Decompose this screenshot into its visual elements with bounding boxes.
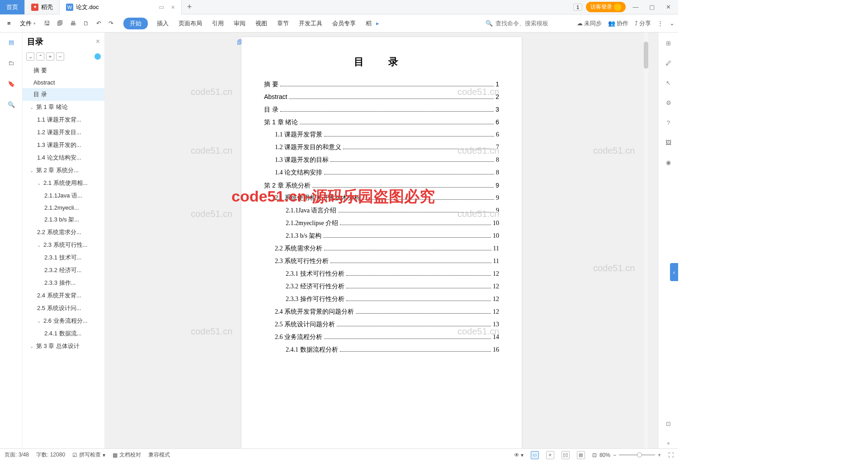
ribbon-tab-9[interactable]: 稻 xyxy=(365,18,373,29)
collab-button[interactable]: 👥 协作 xyxy=(608,19,628,28)
page-indicator[interactable]: 页面: 3/48 xyxy=(5,451,29,459)
minimize-button[interactable]: — xyxy=(629,1,642,14)
outline-item[interactable]: 1.3 课题开发的... xyxy=(23,139,104,151)
spellcheck-button[interactable]: ☑ 拼写检查 ▾ xyxy=(72,451,105,459)
toc-line: 目 录3 xyxy=(264,103,499,116)
view-page-icon[interactable]: ▭ xyxy=(531,451,539,459)
maximize-button[interactable]: ▢ xyxy=(646,1,658,14)
sync-button[interactable]: ☁ 未同步 xyxy=(577,19,602,28)
search-box[interactable]: 🔍 xyxy=(486,20,568,27)
outline-item[interactable]: 2.1.2myecli... xyxy=(23,202,104,213)
tab-doke[interactable]: ✦ 稻壳 xyxy=(25,0,60,14)
shape-icon[interactable]: ◉ xyxy=(664,157,674,167)
eye-icon[interactable]: 👁 ▾ xyxy=(514,452,524,458)
outline-item[interactable]: ⌄第 3 章 总体设计 xyxy=(23,340,104,353)
proofread-button[interactable]: ▦ 文档校对 xyxy=(113,451,141,459)
notice-badge[interactable]: 1 xyxy=(573,4,582,11)
collapse-ribbon-icon[interactable]: ⌄ xyxy=(670,19,675,28)
outline-item[interactable]: 1.2 课题开发目... xyxy=(23,126,104,139)
outline-item[interactable]: 2.3.1 技术可... xyxy=(23,251,104,264)
view-read-icon[interactable]: ▯▯ xyxy=(561,451,570,459)
folder-icon[interactable]: 🗀 xyxy=(6,58,16,68)
remove-item-icon[interactable]: − xyxy=(56,52,64,61)
login-button[interactable]: 访客登录 xyxy=(586,2,626,12)
outline-item[interactable]: 2.4.1 数据流... xyxy=(23,327,104,340)
more-icon[interactable]: ⋮ xyxy=(657,19,663,28)
ribbon-tab-5[interactable]: 视图 xyxy=(255,18,268,29)
outline-item[interactable]: 2.4 系统开发背... xyxy=(23,289,104,302)
settings-icon[interactable]: ⚙ xyxy=(664,98,674,108)
tab-home[interactable]: 首页 xyxy=(0,0,25,14)
tab-window-icon[interactable]: ▭ xyxy=(159,4,164,10)
fullscreen-icon[interactable]: ⛶ xyxy=(668,452,674,458)
grid-icon[interactable]: ⊞ xyxy=(664,38,674,48)
help-icon[interactable]: ? xyxy=(664,118,674,127)
expand-all-icon[interactable]: ⌃ xyxy=(36,52,44,61)
outline-item[interactable]: 2.5 系统设计问... xyxy=(23,302,104,315)
outline-icon[interactable]: ▤ xyxy=(6,37,16,47)
tool1-icon[interactable]: ⊡ xyxy=(664,419,674,428)
tool2-icon[interactable]: ⚬ xyxy=(664,438,674,448)
close-tab-icon[interactable]: × xyxy=(171,4,175,11)
menu-button[interactable]: ≡ xyxy=(4,18,14,28)
word-count[interactable]: 字数: 12080 xyxy=(36,451,65,459)
outline-item[interactable]: 2.3.2 经济可... xyxy=(23,264,104,277)
zoom-in-icon[interactable]: + xyxy=(658,452,661,458)
undo-icon[interactable]: ↶ xyxy=(94,18,104,28)
reset-zoom-icon[interactable]: ⊡ xyxy=(592,452,597,458)
bookmark-icon[interactable]: 🔖 xyxy=(6,79,16,89)
outline-item[interactable]: 目 录 xyxy=(23,88,104,101)
tab-document[interactable]: W 论文.doc ▭ × xyxy=(60,0,182,14)
file-menu[interactable]: 文件 ▾ xyxy=(16,18,39,29)
ribbon-tab-0[interactable]: 开始 xyxy=(123,18,148,29)
outline-item[interactable]: 2.3.3 操作... xyxy=(23,277,104,289)
ribbon-tab-7[interactable]: 开发工具 xyxy=(298,18,323,29)
outline-item[interactable]: ⌄2.3 系统可行性... xyxy=(23,239,104,251)
select-icon[interactable]: ↖ xyxy=(664,78,674,88)
outline-item[interactable]: ⌄第 1 章 绪论 xyxy=(23,101,104,113)
zoom-control[interactable]: ⊡ 80% − + xyxy=(592,452,661,458)
outline-item[interactable]: 2.1.1Java 语... xyxy=(23,189,104,202)
saveas-icon[interactable]: 🗐 xyxy=(54,18,66,28)
more-tabs-icon[interactable]: ▸ xyxy=(376,20,379,27)
doke-icon: ✦ xyxy=(31,4,38,11)
image-icon[interactable]: 🖼 xyxy=(664,137,674,147)
side-tab-icon[interactable]: ‹ xyxy=(670,263,678,281)
ribbon-tab-8[interactable]: 会员专享 xyxy=(331,18,357,29)
outline-item[interactable]: ⌄2.6 业务流程分... xyxy=(23,315,104,327)
preview-icon[interactable]: 🗋 xyxy=(80,18,92,28)
share-button[interactable]: ⤴ 分享 xyxy=(635,19,651,28)
zoom-slider[interactable] xyxy=(619,454,655,456)
ribbon-tab-1[interactable]: 插入 xyxy=(156,18,170,29)
ribbon-tab-4[interactable]: 审阅 xyxy=(233,18,246,29)
outline-item[interactable]: 2.2 系统需求分... xyxy=(23,226,104,239)
search-input[interactable] xyxy=(495,20,568,27)
view-web-icon[interactable]: ▤ xyxy=(577,451,585,459)
ribbon-tab-2[interactable]: 页面布局 xyxy=(178,18,203,29)
outline-item[interactable]: 2.1.3 b/s 架... xyxy=(23,213,104,226)
outline-item[interactable]: 摘 要 xyxy=(23,64,104,77)
scrollbar[interactable] xyxy=(644,33,648,448)
print-icon[interactable]: 🖶 xyxy=(67,18,79,28)
ribbon-tab-6[interactable]: 章节 xyxy=(276,18,290,29)
outline-item[interactable]: 1.1 课题开发背... xyxy=(23,113,104,126)
outline-item[interactable]: 1.4 论文结构安... xyxy=(23,151,104,164)
watermark: code51.cn xyxy=(191,87,232,97)
outline-item[interactable]: ⌄第 2 章 系统分... xyxy=(23,164,104,177)
collapse-all-icon[interactable]: ⌄ xyxy=(26,52,34,61)
save-icon[interactable]: 🖫 xyxy=(41,18,52,28)
compat-mode[interactable]: 兼容模式 xyxy=(148,451,170,459)
add-item-icon[interactable]: + xyxy=(46,52,54,61)
ribbon-tab-3[interactable]: 引用 xyxy=(211,18,225,29)
outline-item[interactable]: ⌄2.1 系统使用相... xyxy=(23,177,104,189)
outline-list: 摘 要Abstract目 录⌄第 1 章 绪论1.1 课题开发背...1.2 课… xyxy=(23,62,104,448)
add-tab-button[interactable]: + xyxy=(182,2,198,12)
redo-icon[interactable]: ↷ xyxy=(106,18,116,28)
view-outline-icon[interactable]: ≡ xyxy=(546,451,554,459)
style-icon[interactable]: 🖉 xyxy=(664,58,674,68)
outline-item[interactable]: Abstract xyxy=(23,77,104,88)
close-outline-icon[interactable]: × xyxy=(96,38,100,46)
zoom-out-icon[interactable]: − xyxy=(613,452,616,458)
search-rail-icon[interactable]: 🔍 xyxy=(6,99,16,109)
close-window-button[interactable]: ✕ xyxy=(662,1,675,14)
